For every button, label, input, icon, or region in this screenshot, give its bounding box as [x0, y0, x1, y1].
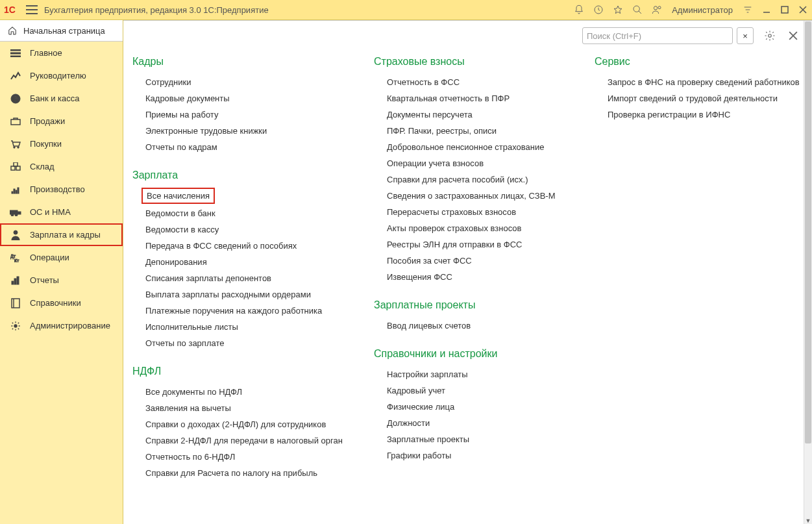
- menu-link[interactable]: Электронные трудовые книжки: [132, 123, 374, 139]
- search-clear-button[interactable]: ×: [737, 27, 754, 44]
- sidebar-item-purchases[interactable]: Покупки: [0, 132, 123, 155]
- sidebar-item-warehouse[interactable]: Склад: [0, 155, 123, 178]
- menu-link[interactable]: Ведомости в кассу: [132, 221, 374, 238]
- menu-link[interactable]: ПФР. Пачки, реестры, описи: [374, 123, 595, 139]
- star-icon[interactable]: [612, 4, 624, 16]
- scroll-thumb[interactable]: [805, 21, 811, 443]
- user-icon[interactable]: [651, 4, 663, 16]
- gear-icon[interactable]: [763, 29, 777, 43]
- svg-point-22: [11, 214, 14, 216]
- svg-text:Кт: Кт: [14, 258, 19, 262]
- menu-link[interactable]: Платежные поручения на каждого работника: [132, 303, 374, 319]
- group-title: Зарплатные проекты: [374, 299, 595, 311]
- menu-link[interactable]: Исполнительные листы: [132, 319, 374, 335]
- menu-link[interactable]: Сведения о застрахованных лицах, СЗВ-М: [374, 188, 595, 204]
- menu-link[interactable]: Ведомости в банк: [132, 205, 374, 221]
- manufacturing-icon: [9, 184, 22, 195]
- sidebar-item-bank[interactable]: ₽Банк и касса: [0, 87, 123, 110]
- svg-point-32: [14, 325, 17, 327]
- sidebar-item-assets[interactable]: ОС и НМА: [0, 201, 123, 223]
- menu-link[interactable]: Отчетность в ФСС: [374, 74, 595, 90]
- svg-rect-7: [10, 53, 21, 54]
- menu-link[interactable]: Отчетность по 6-НДФЛ: [132, 449, 374, 465]
- menu-link[interactable]: Передача в ФСС сведений о пособиях: [132, 238, 374, 254]
- sidebar-item-main[interactable]: Главное: [0, 42, 123, 64]
- group-title: Справочники и настройки: [374, 348, 595, 360]
- sidebar-item-label: Продажи: [30, 116, 65, 126]
- menu-link[interactable]: Извещения ФСС: [374, 269, 595, 285]
- menu-link[interactable]: Настройки зарплаты: [374, 366, 595, 382]
- reports-icon: [9, 275, 22, 286]
- svg-rect-16: [14, 162, 18, 166]
- sidebar-item-catalogs[interactable]: Справочники: [0, 292, 123, 314]
- menu-link[interactable]: Должности: [374, 415, 595, 431]
- sidebar-item-label: Покупки: [30, 139, 62, 149]
- menu-link[interactable]: Заявления на вычеты: [132, 400, 374, 416]
- start-page-tab[interactable]: Начальная страница: [0, 20, 123, 42]
- menu-link[interactable]: Выплата зарплаты расходными ордерами: [132, 286, 374, 303]
- close-panel-icon[interactable]: [786, 29, 800, 43]
- menu-link[interactable]: Графики работы: [374, 447, 595, 464]
- menu-link[interactable]: Списания зарплаты депонентов: [132, 270, 374, 286]
- menu-link[interactable]: Отчеты по зарплате: [132, 335, 374, 351]
- svg-point-4: [658, 6, 661, 9]
- sidebar-item-label: Операции: [30, 253, 69, 262]
- start-page-label: Начальная страница: [23, 26, 105, 36]
- history-icon[interactable]: [593, 4, 604, 16]
- warehouse-icon: [9, 161, 22, 173]
- menu-link[interactable]: Справки о доходах (2-НДФЛ) для сотрудник…: [132, 416, 374, 432]
- svg-rect-31: [12, 299, 19, 308]
- minimize-button[interactable]: [761, 5, 772, 15]
- svg-rect-14: [11, 166, 15, 170]
- sidebar-item-operations[interactable]: ДтКтОперации: [0, 246, 123, 269]
- menu-link[interactable]: Добровольное пенсионное страхование: [374, 139, 595, 155]
- menu-link[interactable]: Справки 2-НДФЛ для передачи в налоговый …: [132, 432, 374, 449]
- scroll-down-icon[interactable]: ▼: [804, 517, 812, 524]
- sidebar-item-reports[interactable]: Отчеты: [0, 269, 123, 292]
- menu-link[interactable]: Все начисления: [141, 188, 215, 204]
- menu-link[interactable]: Отчеты по кадрам: [132, 139, 374, 155]
- search-input[interactable]: [582, 27, 733, 44]
- menu-link[interactable]: Кадровый учет: [374, 382, 595, 399]
- menu-link[interactable]: Справки для расчета пособий (исх.): [374, 171, 595, 188]
- menu-link[interactable]: Акты проверок страховых взносов: [374, 220, 595, 236]
- svg-rect-5: [781, 6, 788, 13]
- menu-link[interactable]: Кадровые документы: [132, 90, 374, 106]
- menu-link[interactable]: Физические лица: [374, 399, 595, 415]
- svg-rect-8: [10, 56, 21, 57]
- menu-link[interactable]: Ввод лицевых счетов: [374, 318, 595, 334]
- menu-link[interactable]: Все документы по НДФЛ: [132, 384, 374, 400]
- menu-link[interactable]: Операции учета взносов: [374, 155, 595, 171]
- menu-link[interactable]: Депонирования: [132, 254, 374, 270]
- sidebar-item-hr[interactable]: Зарплата и кадры: [0, 223, 123, 246]
- hr-icon: [9, 229, 22, 241]
- menu-link[interactable]: Зарплатные проекты: [374, 431, 595, 447]
- svg-rect-18: [14, 189, 15, 193]
- search-icon[interactable]: [632, 4, 643, 16]
- menu-link[interactable]: Документы персучета: [374, 106, 595, 123]
- sidebar-item-label: Зарплата и кадры: [30, 230, 101, 240]
- user-label[interactable]: Администратор: [672, 5, 733, 15]
- sidebar-item-manager[interactable]: Руководителю: [0, 64, 123, 87]
- sidebar-item-admin[interactable]: Администрирование: [0, 314, 123, 337]
- menu-link[interactable]: Справки для Расчета по налогу на прибыль: [132, 465, 374, 481]
- menu-link[interactable]: Сотрудники: [132, 74, 374, 90]
- menu-link[interactable]: Приемы на работу: [132, 106, 374, 123]
- menu-link[interactable]: Реестры ЭЛН для отправки в ФСС: [374, 236, 595, 253]
- close-button[interactable]: [798, 5, 808, 15]
- menu-link[interactable]: Квартальная отчетность в ПФР: [374, 90, 595, 106]
- sidebar-item-label: Склад: [30, 162, 55, 171]
- maximize-button[interactable]: [780, 5, 790, 15]
- hamburger-icon[interactable]: [26, 5, 38, 14]
- filter-icon[interactable]: [742, 4, 754, 16]
- bell-icon[interactable]: [573, 4, 585, 16]
- top-right-icons: Администратор: [573, 4, 808, 16]
- menu-link[interactable]: Запрос в ФНС на проверку сведений работн…: [595, 74, 800, 90]
- sidebar-item-sales[interactable]: Продажи: [0, 110, 123, 132]
- scrollbar[interactable]: ▲ ▼: [804, 21, 812, 524]
- menu-link[interactable]: Импорт сведений о трудовой деятельности: [595, 90, 800, 106]
- menu-link[interactable]: Перерасчеты страховых взносов: [374, 204, 595, 220]
- menu-link[interactable]: Пособия за счет ФСС: [374, 253, 595, 269]
- menu-link[interactable]: Проверка регистрации в ИФНС: [595, 106, 800, 123]
- sidebar-item-manufacturing[interactable]: Производство: [0, 178, 123, 201]
